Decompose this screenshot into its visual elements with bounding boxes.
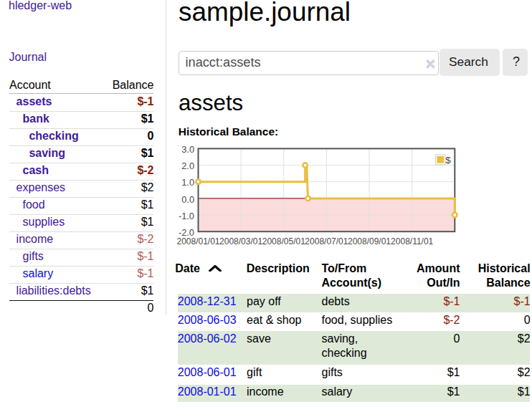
- svg-text:2008/07/01: 2008/07/01: [305, 236, 348, 246]
- svg-text:0.0: 0.0: [181, 194, 194, 205]
- svg-text:2008/03/01: 2008/03/01: [219, 236, 262, 246]
- svg-text:-1.0: -1.0: [179, 211, 194, 221]
- svg-text:$: $: [445, 155, 451, 166]
- svg-text:2008/09/01: 2008/09/01: [348, 236, 391, 246]
- svg-text:1.0: 1.0: [181, 177, 194, 188]
- svg-text:3.0: 3.0: [181, 144, 194, 155]
- svg-text:2008/05/01: 2008/05/01: [262, 236, 305, 246]
- svg-text:2008/01/01: 2008/01/01: [176, 236, 219, 246]
- svg-text:2008/11/01: 2008/11/01: [391, 236, 433, 246]
- svg-text:2.0: 2.0: [181, 160, 194, 171]
